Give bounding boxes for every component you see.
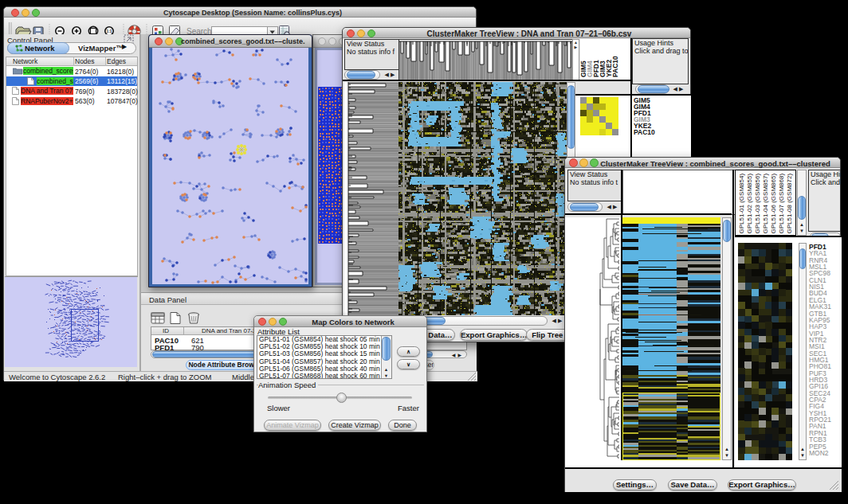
- svg-text:1:1: 1:1: [107, 29, 112, 33]
